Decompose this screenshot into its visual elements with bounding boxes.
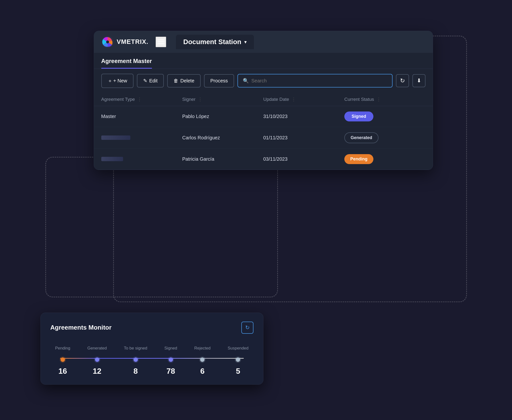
timeline-value: 16 <box>58 367 67 376</box>
title-tab[interactable]: Document Station ▾ <box>176 35 254 49</box>
cell-status: Signed <box>344 111 425 121</box>
timeline-item-rejected: Rejected 6 <box>194 346 211 376</box>
timeline-item-to-be-signed: To be signed 8 <box>124 346 147 376</box>
timeline-dot <box>61 357 65 362</box>
svg-point-1 <box>106 40 109 43</box>
timeline-label: To be signed <box>124 346 147 351</box>
page-title: Agreement Master <box>101 58 152 69</box>
col-menu-icon[interactable]: ⋮ <box>291 97 296 102</box>
search-input[interactable] <box>251 78 387 84</box>
hamburger-line-3 <box>158 43 164 44</box>
refresh-button[interactable]: ↻ <box>396 74 409 87</box>
status-badge: Signed <box>344 111 373 121</box>
cell-signer: Carlos Rodríguez <box>182 135 263 141</box>
timeline-item-pending: Pending 16 <box>55 346 70 376</box>
timeline-label: Generated <box>87 346 107 351</box>
status-badge: Pending <box>344 154 373 164</box>
trash-icon: 🗑 <box>173 78 178 84</box>
timeline-items: Pending 16 Generated 12 To be signed 8 <box>55 346 249 376</box>
cell-agreement-type <box>101 157 182 161</box>
main-panel: VMETRIX. Document Station ▾ Agreement Ma… <box>94 31 433 170</box>
chevron-down-icon: ▾ <box>244 39 247 45</box>
toolbar: ＋ + New ✎ Edit 🗑 Delete Process 🔍 ↻ <box>94 69 433 93</box>
logo-text: VMETRIX. <box>117 38 149 46</box>
refresh-icon: ↻ <box>245 325 250 331</box>
cell-agreement-type <box>101 135 182 140</box>
title-tab-text: Document Station <box>183 38 241 46</box>
delete-button[interactable]: 🗑 Delete <box>167 74 201 87</box>
plus-icon: ＋ <box>108 78 112 84</box>
timeline-value: 8 <box>134 367 138 376</box>
timeline-item-suspended: Suspended 5 <box>228 346 248 376</box>
timeline-dot <box>95 357 99 362</box>
table: Agreement Type ⋮ Signer ⋮ Update Date ⋮ … <box>94 93 433 170</box>
cell-update-date: 01/11/2023 <box>263 135 345 141</box>
cell-update-date: 31/10/2023 <box>263 114 345 119</box>
search-icon: 🔍 <box>243 78 249 84</box>
timeline-dot <box>236 357 240 362</box>
cell-status: Generated <box>344 132 425 143</box>
cell-agreement-type: Master <box>101 114 182 119</box>
col-agreement-type: Agreement Type ⋮ <box>101 97 182 102</box>
timeline-value: 5 <box>236 367 240 376</box>
new-label: + New <box>113 78 127 84</box>
col-menu-icon[interactable]: ⋮ <box>377 97 381 102</box>
monitor-title: Agreements Monitor <box>50 324 112 331</box>
search-input-wrap[interactable]: 🔍 <box>237 74 392 87</box>
scene: VMETRIX. Document Station ▾ Agreement Ma… <box>26 16 486 404</box>
col-signer: Signer ⋮ <box>182 97 263 102</box>
logo-area: VMETRIX. <box>101 36 149 48</box>
sub-header: Agreement Master <box>94 53 433 69</box>
refresh-icon: ↻ <box>400 77 405 84</box>
process-label: Process <box>210 78 228 84</box>
edit-icon: ✎ <box>143 78 147 84</box>
cell-signer: Patricia García <box>182 156 263 162</box>
edit-label: Edit <box>149 78 158 84</box>
logo-icon <box>101 36 114 48</box>
monitor-refresh-button[interactable]: ↻ <box>241 322 253 334</box>
monitor-panel: Agreements Monitor ↻ Pending 16 Generate… <box>40 313 263 385</box>
table-row[interactable]: Master Pablo López 31/10/2023 Signed <box>94 106 433 127</box>
timeline-dot <box>200 357 205 362</box>
process-button[interactable]: Process <box>204 74 234 87</box>
new-button[interactable]: ＋ + New <box>101 74 134 88</box>
hamburger-button[interactable] <box>156 37 166 47</box>
timeline-value: 6 <box>200 367 205 376</box>
timeline-container: Pending 16 Generated 12 To be signed 8 <box>50 346 253 376</box>
blurred-content <box>101 135 130 140</box>
dashed-border-inner <box>45 157 278 297</box>
col-update-date: Update Date ⋮ <box>263 97 345 102</box>
status-badge: Generated <box>344 132 378 143</box>
timeline-label: Suspended <box>228 346 248 351</box>
timeline-label: Pending <box>55 346 70 351</box>
timeline-value: 12 <box>93 367 102 376</box>
timeline-label: Rejected <box>194 346 211 351</box>
cell-signer: Pablo López <box>182 114 263 119</box>
cell-update-date: 03/11/2023 <box>263 156 345 162</box>
timeline-item-signed: Signed 78 <box>164 346 177 376</box>
col-menu-icon[interactable]: ⋮ <box>198 97 202 102</box>
hamburger-line-2 <box>158 41 164 42</box>
header-bar: VMETRIX. Document Station ▾ <box>94 31 433 53</box>
timeline-value: 78 <box>166 367 175 376</box>
col-menu-icon[interactable]: ⋮ <box>137 97 142 102</box>
timeline-dot <box>134 357 138 362</box>
blurred-content <box>101 157 123 161</box>
hamburger-line-1 <box>158 40 164 40</box>
table-header: Agreement Type ⋮ Signer ⋮ Update Date ⋮ … <box>94 93 433 106</box>
download-button[interactable]: ⬇ <box>412 74 425 87</box>
timeline-item-generated: Generated 12 <box>87 346 107 376</box>
timeline-dot <box>169 357 173 362</box>
edit-button[interactable]: ✎ Edit <box>137 74 164 87</box>
delete-label: Delete <box>180 78 194 84</box>
monitor-header: Agreements Monitor ↻ <box>50 322 253 334</box>
timeline-label: Signed <box>164 346 177 351</box>
col-current-status: Current Status ⋮ <box>344 97 425 102</box>
cell-status: Pending <box>344 154 425 164</box>
table-row[interactable]: Patricia García 03/11/2023 Pending <box>94 149 433 170</box>
download-icon: ⬇ <box>417 78 421 84</box>
table-row[interactable]: Carlos Rodríguez 01/11/2023 Generated <box>94 127 433 149</box>
